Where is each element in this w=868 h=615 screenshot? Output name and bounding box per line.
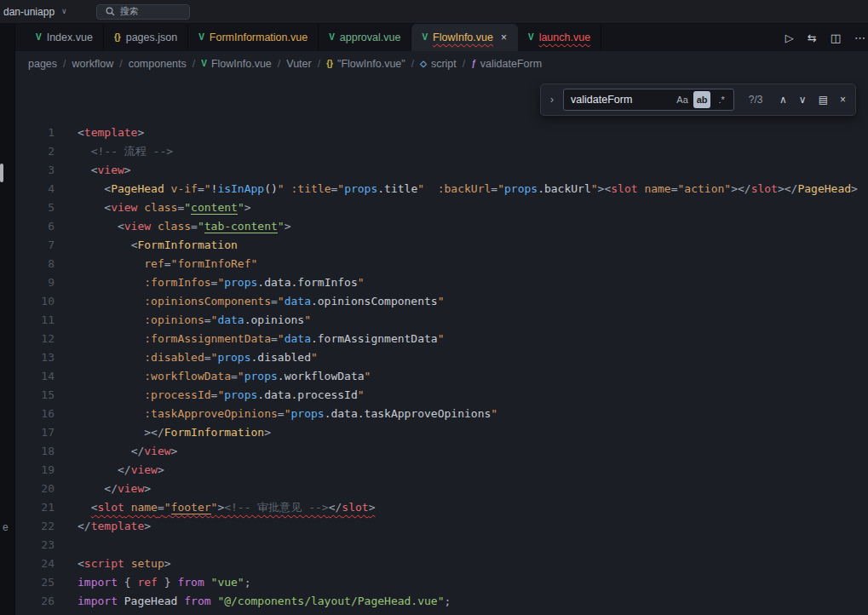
vue-icon: V [36,33,42,42]
find-input[interactable] [571,94,671,106]
next-match-button[interactable]: ∨ [796,94,809,106]
toggle-replace-button[interactable]: › [548,94,556,106]
previous-match-button[interactable]: ∧ [777,94,790,106]
code-line-5[interactable]: 5 <view class="content"> [15,198,868,217]
run-button[interactable]: ▷ [785,32,794,43]
code-line-21[interactable]: 21 <slot name="footer"><!-- 审批意见 --></sl… [15,498,868,517]
code-line-16[interactable]: 16 :taskApproveOpinions="props.data.task… [15,405,868,423]
line-number: 13 [15,348,55,367]
line-content: ref="formInfoRef" [78,255,257,273]
breadcrumb-item-script[interactable]: ◇script [420,58,457,70]
line-content: :opinions="data.opinions" [78,311,311,330]
braces-icon: {} [326,60,333,68]
breadcrumb-separator: / [463,58,465,70]
code-line-23[interactable]: 23 [15,536,868,555]
match-case-button[interactable]: Aa [674,91,691,108]
code-line-6[interactable]: 6 <view class="tab-content"> [15,217,868,236]
tab-label: FlowInfo.vue [433,32,493,43]
left-rail: e [0,24,15,615]
find-matches-count: ?/3 [741,94,770,106]
code-line-15[interactable]: 15 :processId="props.data.processId" [15,386,868,405]
line-number: 11 [15,311,55,330]
code-line-10[interactable]: 10 :opinionsComponents="data.opinionsCom… [15,292,868,311]
more-actions-button[interactable]: ⋯ [854,32,865,43]
code-line-13[interactable]: 13 :disabled="props.disabled" [15,348,868,367]
breadcrumb-item-components[interactable]: components [129,58,187,70]
whole-word-button[interactable]: ab [693,91,710,108]
line-content: :disabled="props.disabled" [78,348,318,367]
line-content: <slot name="footer"><!-- 审批意见 --></slot> [78,498,375,517]
vue-icon: V [422,33,428,42]
close-icon[interactable]: × [501,32,507,43]
code-line-7[interactable]: 7 <FormInformation [15,236,868,255]
tab-launch.vue[interactable]: Vlaunch.vue [518,24,601,51]
line-content: <view> [78,161,131,180]
editor-pane[interactable]: › Aa ab .* ?/3 ∧ ∨ ▤ × 1<template>2 <!--… [15,77,868,615]
breadcrumb-label: validateForm [480,58,542,70]
code-area[interactable]: 1<template>2 <!-- 流程 -->3 <view>4 <PageH… [15,124,868,611]
line-content: ></FormInformation> [78,423,271,442]
search-icon [106,7,115,16]
code-line-12[interactable]: 12 :formAssignmentData="data.formAssignm… [15,330,868,348]
line-content: :taskApproveOpinions="props.data.taskApp… [78,405,497,423]
breadcrumb-separator: / [318,58,320,70]
tab-FlowInfo.vue[interactable]: VFlowInfo.vue× [411,24,518,51]
code-line-9[interactable]: 9 :formInfos="props.data.formInfos" [15,273,868,292]
breadcrumb-item-validateForm[interactable]: ƒvalidateForm [471,58,542,70]
rail-scroll-indicator[interactable] [0,164,3,182]
tab-FormInformation.vue[interactable]: VFormInformation.vue [188,24,319,51]
code-line-8[interactable]: 8 ref="formInfoRef" [15,255,868,273]
breadcrumb-item-FlowInfo.vue[interactable]: {}"FlowInfo.vue" [326,58,405,70]
breadcrumb-item-pages[interactable]: pages [28,58,57,70]
line-number: 1 [15,124,55,142]
code-line-2[interactable]: 2 <!-- 流程 --> [15,142,868,161]
code-line-11[interactable]: 11 :opinions="data.opinions" [15,311,868,330]
line-content: <view class="tab-content"> [78,217,290,236]
global-search-box[interactable]: 搜索 [96,4,190,20]
line-number: 15 [15,386,55,405]
line-content: </view> [78,461,164,480]
open-changes-button[interactable]: ⇆ [808,32,817,43]
breadcrumb-separator: / [193,58,195,70]
breadcrumb-item-workflow[interactable]: workflow [72,58,114,70]
line-number: 14 [15,367,55,386]
code-line-26[interactable]: 26import PageHead from "@/components/lay… [15,592,868,611]
breadcrumb-item-FlowInfo.vue[interactable]: VFlowInfo.vue [201,58,272,70]
code-line-20[interactable]: 20 </view> [15,480,868,498]
line-content: </template> [78,517,151,536]
tab-pages.json[interactable]: {}pages.json [104,24,188,51]
code-line-1[interactable]: 1<template> [15,124,868,142]
code-line-17[interactable]: 17 ></FormInformation> [15,423,868,442]
line-number: 2 [15,142,55,161]
line-content: <template> [78,124,144,142]
chevron-down-icon[interactable]: ∨ [61,8,67,15]
code-line-3[interactable]: 3 <view> [15,161,868,180]
braces-icon: {} [114,33,121,42]
vue-icon: V [329,33,335,42]
breadcrumb-item-Vuter[interactable]: Vuter [286,58,311,70]
regex-button[interactable]: .* [713,91,730,108]
line-number: 10 [15,292,55,311]
code-line-22[interactable]: 22</template> [15,517,868,536]
breadcrumb-label: components [129,58,187,70]
code-line-4[interactable]: 4 <PageHead v-if="!isInApp()" :title="pr… [15,180,868,198]
vue-icon: V [528,33,534,42]
code-line-25[interactable]: 25import { ref } from "vue"; [15,573,868,592]
tab-Index.vue[interactable]: VIndex.vue [26,24,104,51]
line-number: 21 [15,498,55,517]
project-name: dan-uniapp [3,6,55,18]
tab-approval.vue[interactable]: Vapproval.vue [319,24,411,51]
close-find-button[interactable]: × [837,94,848,106]
split-editor-button[interactable]: ◫ [831,32,841,43]
line-number: 4 [15,180,55,198]
find-in-selection-button[interactable]: ▤ [816,94,831,106]
code-line-24[interactable]: 24<script setup> [15,555,868,573]
tab-label: Index.vue [47,32,93,43]
line-number: 16 [15,405,55,423]
code-line-14[interactable]: 14 :workflowData="props.workflowData" [15,367,868,386]
code-line-19[interactable]: 19 </view> [15,461,868,480]
line-number: 24 [15,555,55,573]
code-line-18[interactable]: 18 </view> [15,442,868,461]
line-number: 6 [15,217,55,236]
breadcrumb-label: pages [28,58,57,70]
